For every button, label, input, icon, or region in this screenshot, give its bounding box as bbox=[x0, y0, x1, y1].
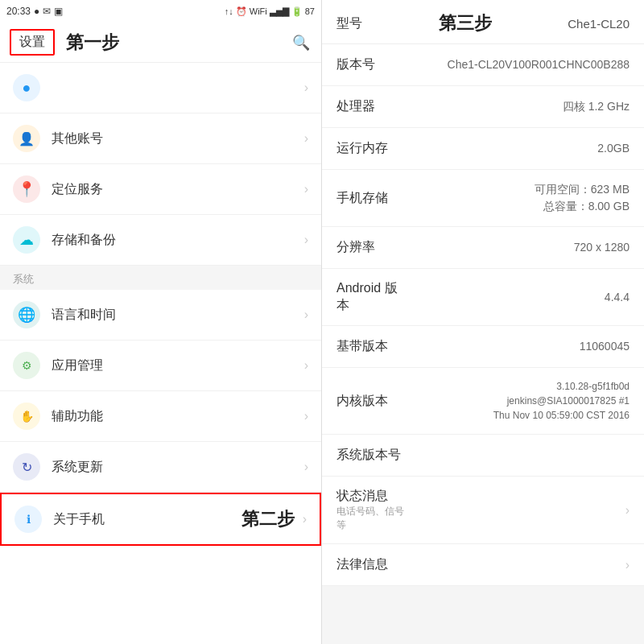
menu-item-app-management[interactable]: ⚙ 应用管理 › bbox=[0, 341, 321, 391]
app-management-label: 应用管理 bbox=[52, 357, 304, 374]
menu-item-location[interactable]: 📍 定位服务 › bbox=[0, 164, 321, 215]
android-label: Android 版本 bbox=[336, 280, 409, 314]
version-row: 版本号 Che1-CL20V100R001CHNC00B288 bbox=[322, 44, 644, 86]
top-bar: 设置 第一步 🔍 bbox=[0, 23, 321, 63]
storage-label: 存储和备份 bbox=[52, 232, 304, 249]
storage-row: 手机存储 可用空间：623 MB 总容量：8.00 GB bbox=[322, 170, 644, 227]
status-bar: 20:33 ● ✉ ▣ ↑↓ ⏰ WiFi ▃▅▇ 🔋 87 bbox=[0, 0, 321, 23]
about-arrow: › bbox=[303, 512, 307, 526]
other-accounts-label: 其他账号 bbox=[52, 130, 304, 147]
location-label: 定位服务 bbox=[52, 181, 304, 198]
app-management-icon: ⚙ bbox=[13, 352, 40, 379]
left-title: 第一步 bbox=[66, 31, 119, 55]
status-bar-left: 20:33 ● ✉ ▣ bbox=[6, 6, 63, 17]
right-panel: 型号 第三步 Che1-CL20 版本号 Che1-CL20V100R001CH… bbox=[322, 0, 644, 644]
about-label: 关于手机 bbox=[53, 511, 232, 528]
system-update-label: 系统更新 bbox=[52, 459, 304, 476]
notification-icon: ▣ bbox=[54, 6, 63, 17]
android-value: 4.4.4 bbox=[409, 289, 630, 306]
menu-item-system-update[interactable]: ↻ 系统更新 › bbox=[0, 442, 321, 493]
status-arrow: › bbox=[625, 503, 630, 518]
accessibility-icon: ✋ bbox=[13, 402, 40, 430]
menu-item-other-accounts[interactable]: 👤 其他账号 › bbox=[0, 114, 321, 164]
app-management-arrow: › bbox=[304, 358, 308, 373]
left-panel: 20:33 ● ✉ ▣ ↑↓ ⏰ WiFi ▃▅▇ 🔋 87 设置 第一步 🔍 … bbox=[0, 0, 322, 644]
menu-item-language[interactable]: 🌐 语言和时间 › bbox=[0, 290, 321, 341]
about-icon: ℹ bbox=[14, 506, 42, 533]
processor-value: 四核 1.2 GHz bbox=[409, 98, 630, 115]
storage-arrow: › bbox=[304, 233, 308, 247]
menu-item-accounts[interactable]: ● › bbox=[0, 63, 321, 114]
language-icon: 🌐 bbox=[13, 301, 40, 328]
menu-item-accessibility[interactable]: ✋ 辅助功能 › bbox=[0, 391, 321, 442]
ram-row: 运行内存 2.0GB bbox=[322, 128, 644, 170]
wifi-icon: WiFi bbox=[250, 6, 267, 16]
right-title: 第三步 bbox=[439, 11, 492, 35]
sysversion-row: 系统版本号 bbox=[322, 435, 644, 477]
status-label: 状态消息 电话号码、信号等 bbox=[336, 488, 409, 532]
model-label: 型号 bbox=[336, 15, 362, 32]
storage-label: 手机存储 bbox=[336, 190, 409, 207]
processor-label: 处理器 bbox=[336, 98, 409, 115]
status-bar-right: ↑↓ ⏰ WiFi ▃▅▇ 🔋 87 bbox=[225, 6, 315, 17]
language-arrow: › bbox=[304, 308, 308, 322]
kernel-row: 内核版本 3.10.28-g5f1fb0d jenkins@SIA1000017… bbox=[322, 368, 644, 435]
other-accounts-icon: 👤 bbox=[13, 125, 40, 152]
resolution-value: 720 x 1280 bbox=[409, 239, 630, 256]
storage-value: 可用空间：623 MB 总容量：8.00 GB bbox=[409, 181, 630, 215]
legal-label: 法律信息 bbox=[336, 556, 409, 573]
settings-label[interactable]: 设置 bbox=[10, 29, 55, 56]
android-row: Android 版本 4.4.4 bbox=[322, 269, 644, 326]
accounts-arrow: › bbox=[304, 80, 308, 95]
status-row[interactable]: 状态消息 电话号码、信号等 › bbox=[322, 477, 644, 544]
resolution-label: 分辨率 bbox=[336, 239, 409, 256]
processor-row: 处理器 四核 1.2 GHz bbox=[322, 86, 644, 128]
version-value: Che1-CL20V100R001CHNC00B288 bbox=[409, 56, 630, 73]
legal-row[interactable]: 法律信息 › bbox=[322, 544, 644, 586]
language-label: 语言和时间 bbox=[52, 307, 304, 324]
baseband-value: 11060045 bbox=[409, 338, 630, 355]
battery-level: 87 bbox=[305, 6, 315, 16]
search-button[interactable]: 🔍 bbox=[292, 34, 310, 52]
resolution-row: 分辨率 720 x 1280 bbox=[322, 227, 644, 269]
right-header: 型号 第三步 Che1-CL20 bbox=[322, 0, 644, 44]
ram-value: 2.0GB bbox=[409, 140, 630, 157]
baseband-label: 基带版本 bbox=[336, 338, 409, 355]
sysversion-label: 系统版本号 bbox=[336, 447, 409, 464]
accounts-icon: ● bbox=[13, 74, 40, 101]
section-system: 系统 bbox=[0, 266, 321, 290]
menu-list: ● › 👤 其他账号 › 📍 定位服务 › ☁ 存储和备份 › 系统 🌐 语言和… bbox=[0, 63, 321, 644]
model-value: Che1-CL20 bbox=[568, 17, 630, 31]
accessibility-label: 辅助功能 bbox=[52, 408, 304, 425]
system-update-arrow: › bbox=[304, 460, 308, 474]
message-icon: ✉ bbox=[43, 6, 51, 17]
location-icon: 📍 bbox=[13, 175, 40, 203]
baseband-row: 基带版本 11060045 bbox=[322, 326, 644, 368]
step2-label: 第二步 bbox=[242, 507, 295, 531]
storage-icon: ☁ bbox=[13, 226, 40, 254]
ram-label: 运行内存 bbox=[336, 140, 409, 157]
legal-arrow: › bbox=[625, 558, 630, 572]
system-update-icon: ↻ bbox=[13, 453, 40, 481]
signal-bars: ▃▅▇ bbox=[270, 6, 289, 17]
search-icon: 🔍 bbox=[292, 35, 310, 51]
notification-dot: ● bbox=[34, 6, 39, 17]
kernel-label: 内核版本 bbox=[336, 393, 409, 410]
menu-item-about[interactable]: ℹ 关于手机 第二步 › bbox=[0, 493, 321, 546]
battery-icon: 🔋 bbox=[291, 6, 303, 17]
other-accounts-arrow: › bbox=[304, 131, 308, 146]
signal-icon: ↑↓ bbox=[225, 6, 233, 16]
location-arrow: › bbox=[304, 182, 308, 196]
accessibility-arrow: › bbox=[304, 409, 308, 423]
menu-item-storage[interactable]: ☁ 存储和备份 › bbox=[0, 215, 321, 266]
version-label: 版本号 bbox=[336, 56, 409, 73]
kernel-value: 3.10.28-g5f1fb0d jenkins@SIA1000017825 #… bbox=[409, 379, 630, 423]
time: 20:33 bbox=[6, 6, 31, 17]
alarm-icon: ⏰ bbox=[236, 6, 247, 17]
